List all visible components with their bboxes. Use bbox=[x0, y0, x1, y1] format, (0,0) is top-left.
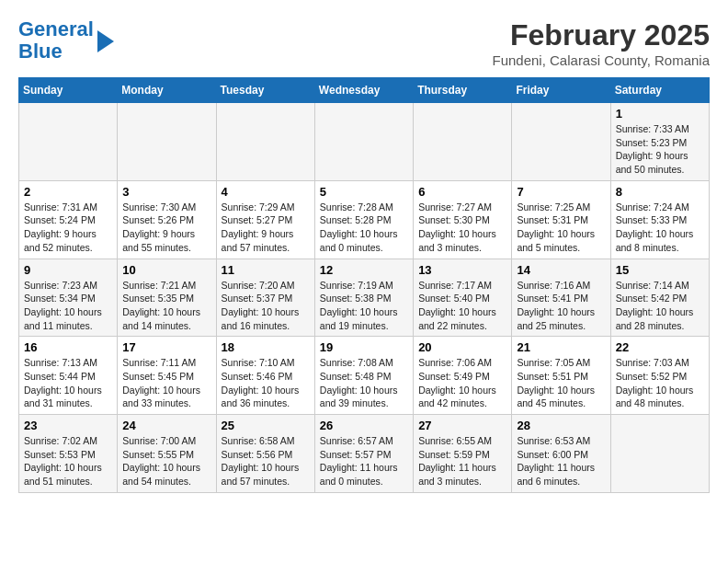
day-number: 23 bbox=[24, 419, 112, 432]
day-info: Sunrise: 7:24 AM Sunset: 5:33 PM Dayligh… bbox=[616, 201, 704, 255]
calendar-cell: 28Sunrise: 6:53 AM Sunset: 6:00 PM Dayli… bbox=[512, 415, 610, 493]
calendar-week-row: 16Sunrise: 7:13 AM Sunset: 5:44 PM Dayli… bbox=[19, 337, 710, 415]
month-title: February 2025 bbox=[492, 18, 710, 52]
calendar-cell: 14Sunrise: 7:16 AM Sunset: 5:41 PM Dayli… bbox=[512, 259, 610, 337]
day-number: 17 bbox=[122, 340, 210, 354]
calendar-table: SundayMondayTuesdayWednesdayThursdayFrid… bbox=[18, 77, 710, 493]
calendar-cell: 11Sunrise: 7:20 AM Sunset: 5:37 PM Dayli… bbox=[216, 259, 314, 337]
calendar-cell: 22Sunrise: 7:03 AM Sunset: 5:52 PM Dayli… bbox=[610, 337, 709, 415]
weekday-header-wednesday: Wednesday bbox=[314, 78, 413, 103]
day-number: 13 bbox=[418, 263, 506, 277]
day-info: Sunrise: 7:02 AM Sunset: 5:53 PM Dayligh… bbox=[24, 434, 112, 488]
weekday-header-thursday: Thursday bbox=[414, 78, 512, 103]
day-number: 27 bbox=[418, 419, 506, 432]
calendar-cell: 24Sunrise: 7:00 AM Sunset: 5:55 PM Dayli… bbox=[118, 415, 216, 493]
day-number: 12 bbox=[320, 263, 408, 277]
day-number: 4 bbox=[222, 185, 310, 199]
day-info: Sunrise: 7:19 AM Sunset: 5:38 PM Dayligh… bbox=[320, 279, 408, 333]
calendar-cell: 25Sunrise: 6:58 AM Sunset: 5:56 PM Dayli… bbox=[216, 415, 314, 493]
day-info: Sunrise: 7:28 AM Sunset: 5:28 PM Dayligh… bbox=[320, 201, 408, 255]
calendar-cell: 17Sunrise: 7:11 AM Sunset: 5:45 PM Dayli… bbox=[118, 337, 216, 415]
calendar-cell: 19Sunrise: 7:08 AM Sunset: 5:48 PM Dayli… bbox=[314, 337, 413, 415]
day-number: 15 bbox=[616, 263, 704, 277]
calendar-cell: 16Sunrise: 7:13 AM Sunset: 5:44 PM Dayli… bbox=[19, 337, 118, 415]
day-number: 25 bbox=[222, 419, 310, 432]
logo: General Blue bbox=[18, 18, 114, 63]
day-number: 24 bbox=[122, 419, 210, 432]
calendar-cell bbox=[610, 415, 709, 493]
calendar-cell: 1Sunrise: 7:33 AM Sunset: 5:23 PM Daylig… bbox=[610, 103, 709, 181]
calendar-cell: 20Sunrise: 7:06 AM Sunset: 5:49 PM Dayli… bbox=[414, 337, 512, 415]
day-number: 1 bbox=[616, 107, 704, 121]
weekday-header-monday: Monday bbox=[118, 78, 216, 103]
weekday-header-friday: Friday bbox=[512, 78, 610, 103]
day-info: Sunrise: 7:10 AM Sunset: 5:46 PM Dayligh… bbox=[222, 356, 310, 410]
page-header: General Blue February 2025 Fundeni, Cala… bbox=[18, 18, 710, 68]
weekday-header-tuesday: Tuesday bbox=[216, 78, 314, 103]
calendar-cell bbox=[118, 103, 216, 181]
day-info: Sunrise: 6:53 AM Sunset: 6:00 PM Dayligh… bbox=[517, 434, 605, 488]
day-number: 6 bbox=[418, 185, 506, 199]
calendar-cell: 7Sunrise: 7:25 AM Sunset: 5:31 PM Daylig… bbox=[512, 180, 610, 259]
day-info: Sunrise: 7:23 AM Sunset: 5:34 PM Dayligh… bbox=[24, 279, 112, 333]
day-info: Sunrise: 7:21 AM Sunset: 5:35 PM Dayligh… bbox=[122, 279, 210, 333]
day-info: Sunrise: 7:30 AM Sunset: 5:26 PM Dayligh… bbox=[122, 201, 210, 255]
day-info: Sunrise: 7:16 AM Sunset: 5:41 PM Dayligh… bbox=[517, 279, 605, 333]
location-subtitle: Fundeni, Calarasi County, Romania bbox=[492, 52, 710, 68]
day-info: Sunrise: 7:13 AM Sunset: 5:44 PM Dayligh… bbox=[24, 356, 112, 410]
day-number: 9 bbox=[24, 263, 112, 277]
calendar-week-row: 9Sunrise: 7:23 AM Sunset: 5:34 PM Daylig… bbox=[19, 259, 710, 337]
calendar-cell: 15Sunrise: 7:14 AM Sunset: 5:42 PM Dayli… bbox=[610, 259, 709, 337]
calendar-cell bbox=[414, 103, 512, 181]
logo-blue: Blue bbox=[18, 40, 63, 63]
day-number: 19 bbox=[320, 340, 408, 354]
day-number: 2 bbox=[24, 185, 112, 199]
day-number: 28 bbox=[517, 419, 605, 432]
day-number: 8 bbox=[616, 185, 704, 199]
calendar-week-row: 2Sunrise: 7:31 AM Sunset: 5:24 PM Daylig… bbox=[19, 180, 710, 259]
calendar-cell: 2Sunrise: 7:31 AM Sunset: 5:24 PM Daylig… bbox=[19, 180, 118, 259]
day-info: Sunrise: 7:31 AM Sunset: 5:24 PM Dayligh… bbox=[24, 201, 112, 255]
calendar-cell: 21Sunrise: 7:05 AM Sunset: 5:51 PM Dayli… bbox=[512, 337, 610, 415]
day-number: 21 bbox=[517, 340, 605, 354]
calendar-cell: 27Sunrise: 6:55 AM Sunset: 5:59 PM Dayli… bbox=[414, 415, 512, 493]
day-number: 18 bbox=[222, 340, 310, 354]
calendar-cell bbox=[512, 103, 610, 181]
day-number: 7 bbox=[517, 185, 605, 199]
calendar-cell: 5Sunrise: 7:28 AM Sunset: 5:28 PM Daylig… bbox=[314, 180, 413, 259]
calendar-week-row: 23Sunrise: 7:02 AM Sunset: 5:53 PM Dayli… bbox=[19, 415, 710, 493]
calendar-week-row: 1Sunrise: 7:33 AM Sunset: 5:23 PM Daylig… bbox=[19, 103, 710, 181]
day-number: 11 bbox=[222, 263, 310, 277]
title-block: February 2025 Fundeni, Calarasi County, … bbox=[492, 18, 710, 68]
calendar-cell: 26Sunrise: 6:57 AM Sunset: 5:57 PM Dayli… bbox=[314, 415, 413, 493]
calendar-cell: 10Sunrise: 7:21 AM Sunset: 5:35 PM Dayli… bbox=[118, 259, 216, 337]
day-info: Sunrise: 7:33 AM Sunset: 5:23 PM Dayligh… bbox=[616, 122, 704, 177]
day-info: Sunrise: 7:27 AM Sunset: 5:30 PM Dayligh… bbox=[418, 201, 506, 255]
calendar-header-row: SundayMondayTuesdayWednesdayThursdayFrid… bbox=[19, 78, 710, 103]
calendar-cell: 4Sunrise: 7:29 AM Sunset: 5:27 PM Daylig… bbox=[216, 180, 314, 259]
day-number: 10 bbox=[122, 263, 210, 277]
logo-general: General bbox=[18, 17, 94, 40]
day-info: Sunrise: 7:14 AM Sunset: 5:42 PM Dayligh… bbox=[616, 279, 704, 333]
calendar-cell: 13Sunrise: 7:17 AM Sunset: 5:40 PM Dayli… bbox=[414, 259, 512, 337]
day-number: 22 bbox=[616, 340, 704, 354]
calendar-cell bbox=[314, 103, 413, 181]
calendar-cell: 9Sunrise: 7:23 AM Sunset: 5:34 PM Daylig… bbox=[19, 259, 118, 337]
weekday-header-sunday: Sunday bbox=[19, 78, 118, 103]
day-info: Sunrise: 7:08 AM Sunset: 5:48 PM Dayligh… bbox=[320, 356, 408, 410]
weekday-header-saturday: Saturday bbox=[610, 78, 709, 103]
calendar-cell bbox=[19, 103, 118, 181]
calendar-body: 1Sunrise: 7:33 AM Sunset: 5:23 PM Daylig… bbox=[19, 103, 710, 493]
day-info: Sunrise: 7:11 AM Sunset: 5:45 PM Dayligh… bbox=[122, 356, 210, 410]
day-number: 14 bbox=[517, 263, 605, 277]
day-info: Sunrise: 6:55 AM Sunset: 5:59 PM Dayligh… bbox=[418, 434, 506, 488]
day-number: 16 bbox=[24, 340, 112, 354]
day-number: 3 bbox=[122, 185, 210, 199]
day-info: Sunrise: 7:25 AM Sunset: 5:31 PM Dayligh… bbox=[517, 201, 605, 255]
day-number: 20 bbox=[418, 340, 506, 354]
day-info: Sunrise: 7:29 AM Sunset: 5:27 PM Dayligh… bbox=[222, 201, 310, 255]
day-info: Sunrise: 6:58 AM Sunset: 5:56 PM Dayligh… bbox=[222, 434, 310, 488]
calendar-cell: 3Sunrise: 7:30 AM Sunset: 5:26 PM Daylig… bbox=[118, 180, 216, 259]
day-info: Sunrise: 7:03 AM Sunset: 5:52 PM Dayligh… bbox=[616, 356, 704, 410]
day-info: Sunrise: 7:17 AM Sunset: 5:40 PM Dayligh… bbox=[418, 279, 506, 333]
